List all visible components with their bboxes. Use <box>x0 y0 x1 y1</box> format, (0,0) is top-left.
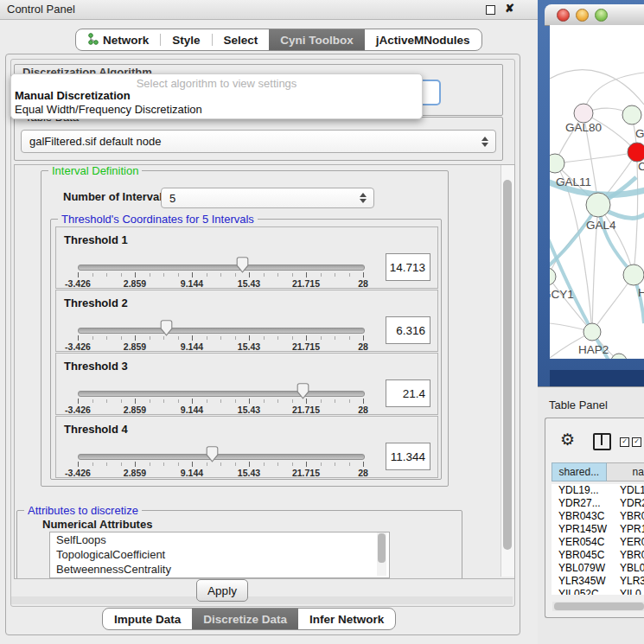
table-row[interactable]: YER054CYER0... <box>552 536 644 549</box>
tick-mark <box>78 462 79 467</box>
threshold-title: Threshold 2 <box>64 296 128 309</box>
checkbox-icon[interactable]: ✓ <box>632 437 641 447</box>
cell-shared-name: YIL052C <box>558 588 599 595</box>
close-traffic-light[interactable] <box>557 9 570 22</box>
attributes-list-scrollbar[interactable] <box>377 532 386 576</box>
network-canvas[interactable]: GAL80GACGAL11GAL4GCY1HHAP2 <box>550 25 644 359</box>
tick-mark <box>121 273 122 277</box>
tab-infer-network[interactable]: Infer Network <box>298 609 395 629</box>
node-label: H <box>638 286 644 299</box>
tab-label: Cyni Toolbox <box>280 34 354 47</box>
tab-impute-data[interactable]: Impute Data <box>103 609 192 629</box>
zoom-traffic-light[interactable] <box>595 9 608 22</box>
number-of-intervals-value: 5 <box>162 192 357 205</box>
settings-scroll-area: Interval Definition Number of Intervals … <box>14 164 515 579</box>
slider-ticks <box>78 399 363 405</box>
algorithm-option[interactable]: Equal Width/Frequency Discretization <box>15 103 202 116</box>
tick-mark <box>321 273 322 277</box>
checkbox-icon[interactable]: ✓ <box>620 437 629 447</box>
table-row[interactable]: YDR27...YDR2... <box>552 497 644 510</box>
threshold-value-field[interactable]: 21.4 <box>386 379 430 407</box>
slider-thumb[interactable] <box>296 383 309 399</box>
tab-cyni-toolbox[interactable]: Cyni Toolbox <box>269 29 365 50</box>
network-node-hap2[interactable] <box>583 323 601 341</box>
table-window: ⚙ ✓ ✓ shared...na YDL19...YDL1...YDR27..… <box>545 418 644 618</box>
attribute-list-item[interactable]: BetweennessCentrality <box>50 562 389 577</box>
slider-thumb[interactable] <box>236 257 249 273</box>
table-row[interactable]: YBR045CYBR0... <box>552 549 644 562</box>
table-data-combo[interactable]: galFiltered.sif default node <box>21 130 496 153</box>
attribute-list-item[interactable]: TopologicalCoefficient <box>50 547 389 562</box>
tab-label: Network <box>103 34 149 47</box>
slider-track[interactable] <box>78 391 365 397</box>
network-node-gcy1[interactable] <box>550 268 556 285</box>
slider-thumb[interactable] <box>160 320 173 336</box>
minimize-traffic-light[interactable] <box>576 9 589 22</box>
top-tab-bar: NetworkStyleSelectCyni ToolboxjActiveMNo… <box>75 29 482 51</box>
tick-mark <box>78 399 79 404</box>
table-row[interactable]: YPR145WYPR1... <box>552 523 644 536</box>
settings-scrollbar-thumb[interactable] <box>503 180 512 550</box>
table-row[interactable]: YDL19...YDL1... <box>552 484 644 497</box>
apply-button[interactable]: Apply <box>196 579 248 602</box>
tick-label: -3.426 <box>65 341 91 352</box>
column-header-1[interactable]: shared... <box>552 462 607 481</box>
tick-mark <box>207 273 207 277</box>
tick-label: 9.144 <box>181 341 203 352</box>
tick-label: 21.715 <box>292 341 320 352</box>
slider-track[interactable] <box>78 328 365 334</box>
threshold-box: Threshold 2-3.4262.8599.14415.4321.71528… <box>55 290 438 352</box>
slider-track[interactable] <box>78 454 365 460</box>
network-node-gal4[interactable] <box>586 193 610 217</box>
tick-mark <box>277 399 278 403</box>
table-row[interactable]: YIL052CYIL0... <box>552 588 644 595</box>
tab-discretize-data[interactable]: Discretize Data <box>192 609 298 629</box>
tick-mark <box>135 272 136 277</box>
tick-mark <box>335 273 335 277</box>
tick-label: 21.715 <box>292 278 320 289</box>
close-icon[interactable]: ✘ <box>505 2 514 15</box>
settings-vertical-scrollbar[interactable] <box>501 165 514 577</box>
threshold-value-field[interactable]: 14.713 <box>386 253 430 281</box>
table-row[interactable]: YBR043CYBR0... <box>552 510 644 523</box>
attributes-scrollbar-thumb[interactable] <box>378 533 386 563</box>
tab-select[interactable]: Select <box>213 29 270 50</box>
numerical-attributes-list[interactable]: SelfLoopsTopologicalCoefficientBetweenne… <box>49 532 390 578</box>
tab-label: Select <box>224 34 258 47</box>
table-row[interactable]: YBL079WYBL0... <box>552 562 644 575</box>
number-of-intervals-combo[interactable]: 5 <box>161 188 374 208</box>
network-node-ga[interactable] <box>622 105 641 124</box>
tab-network[interactable]: Network <box>76 29 160 50</box>
tab-label: jActiveMNodules <box>376 34 470 47</box>
attribute-list-item[interactable]: SelfLoops <box>50 532 389 547</box>
slider-track[interactable] <box>78 265 365 271</box>
network-node-gal11[interactable] <box>550 154 564 173</box>
network-window-titlebar[interactable] <box>545 4 644 26</box>
table-horizontal-scrollbar[interactable] <box>552 602 644 611</box>
network-edge[interactable] <box>555 152 637 163</box>
threshold-value-field[interactable]: 6.316 <box>386 316 430 344</box>
number-of-intervals-label: Number of Intervals <box>63 190 169 203</box>
network-node-c[interactable] <box>628 143 644 162</box>
column-header-2[interactable]: na <box>607 462 644 481</box>
table-row[interactable]: YLR345WYLR3... <box>552 575 644 588</box>
columns-icon[interactable] <box>593 433 611 450</box>
gear-icon[interactable]: ⚙ <box>560 430 575 450</box>
float-window-icon[interactable] <box>486 5 495 15</box>
tick-mark <box>121 462 122 466</box>
table-scrollbar-thumb[interactable] <box>554 603 644 610</box>
network-node[interactable] <box>611 354 627 359</box>
tick-mark <box>106 399 107 403</box>
network-node-h[interactable] <box>623 265 644 285</box>
tick-label: 9.144 <box>181 405 203 415</box>
tab-style[interactable]: Style <box>161 29 211 50</box>
network-node-gal80[interactable] <box>574 104 593 123</box>
tick-mark <box>349 336 350 340</box>
table-header: shared...na <box>552 462 644 481</box>
slider-thumb[interactable] <box>206 446 219 462</box>
bottom-tab-bar: Impute DataDiscretize DataInfer Network <box>102 608 396 630</box>
cell-name: YBR0... <box>620 549 644 561</box>
algorithm-option[interactable]: Manual Discretization <box>15 89 131 102</box>
tab-jactivemnodules[interactable]: jActiveMNodules <box>365 29 481 50</box>
threshold-value-field[interactable]: 11.344 <box>386 443 430 470</box>
